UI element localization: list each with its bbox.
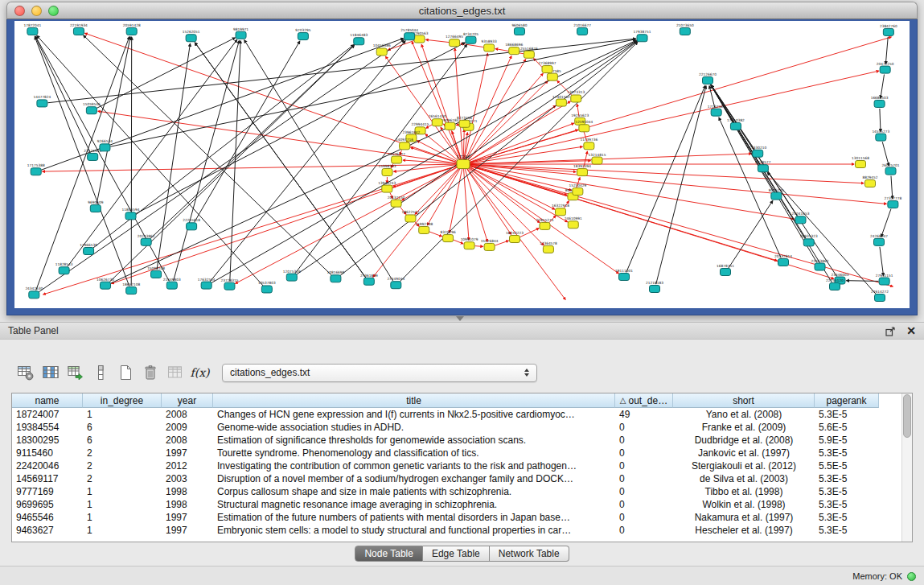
citation-edge[interactable] bbox=[469, 154, 751, 164]
network-node-teal[interactable] bbox=[888, 201, 898, 208]
network-node-yellow[interactable] bbox=[556, 99, 566, 106]
network-node-yellow[interactable] bbox=[573, 187, 583, 195]
network-node-yellow[interactable] bbox=[457, 160, 470, 169]
citation-edge[interactable] bbox=[157, 43, 190, 270]
network-node-teal[interactable] bbox=[186, 35, 196, 42]
network-node-yellow[interactable] bbox=[584, 142, 594, 150]
column-header-out-de[interactable]: △out_de… bbox=[615, 393, 673, 408]
citation-edge[interactable] bbox=[469, 165, 795, 219]
network-node-teal[interactable] bbox=[125, 212, 136, 220]
network-node-teal[interactable] bbox=[261, 286, 272, 293]
table-row[interactable]: 911546021997Tourette syndrome. Phenomeno… bbox=[12, 447, 912, 459]
citation-edge[interactable] bbox=[425, 39, 449, 42]
float-panel-icon[interactable] bbox=[885, 326, 896, 336]
citation-edge[interactable] bbox=[43, 166, 458, 295]
citation-edge[interactable] bbox=[467, 73, 544, 160]
network-node-teal[interactable] bbox=[680, 28, 690, 35]
table-row[interactable]: 2242004622012Investigating the contribut… bbox=[12, 459, 912, 472]
table-row[interactable]: 1830029562008Estimation of significance … bbox=[12, 434, 912, 447]
delete-table-button[interactable] bbox=[138, 360, 162, 385]
citation-edge[interactable] bbox=[881, 209, 891, 237]
citation-edge[interactable] bbox=[97, 38, 235, 109]
network-node-teal[interactable] bbox=[703, 77, 713, 84]
network-node-teal[interactable] bbox=[354, 38, 364, 45]
network-node-yellow[interactable] bbox=[464, 242, 474, 249]
network-node-teal[interactable] bbox=[874, 238, 885, 245]
column-header-name[interactable]: name bbox=[12, 393, 83, 408]
network-node-teal[interactable] bbox=[391, 282, 401, 289]
column-header-title[interactable]: title bbox=[213, 393, 615, 408]
citation-edge[interactable] bbox=[469, 71, 879, 163]
network-window-titlebar[interactable]: citations_edges.txt bbox=[6, 2, 918, 19]
citation-edge[interactable] bbox=[468, 101, 570, 162]
table-row[interactable]: 977716911998Corpus callosum shape and si… bbox=[12, 485, 912, 498]
citation-edge[interactable] bbox=[468, 167, 568, 222]
table-vertical-scrollbar[interactable] bbox=[901, 393, 912, 542]
network-node-yellow[interactable] bbox=[568, 221, 578, 229]
network-node-teal[interactable] bbox=[795, 216, 806, 224]
network-node-yellow[interactable] bbox=[542, 66, 552, 73]
table-row[interactable]: 1872400712008Changes of HCN gene express… bbox=[12, 408, 912, 421]
citation-edge[interactable] bbox=[244, 40, 393, 281]
network-node-teal[interactable] bbox=[298, 33, 308, 40]
network-node-teal[interactable] bbox=[31, 168, 41, 175]
panel-divider-grip[interactable] bbox=[456, 316, 464, 321]
network-node-teal[interactable] bbox=[577, 28, 588, 35]
citation-edge[interactable] bbox=[891, 176, 893, 200]
network-node-teal[interactable] bbox=[224, 282, 235, 290]
network-node-teal[interactable] bbox=[879, 278, 889, 285]
network-canvas[interactable]: 1724019603221827375619096184265614302299… bbox=[14, 21, 910, 308]
network-node-teal[interactable] bbox=[650, 286, 660, 293]
citation-edge[interactable] bbox=[466, 56, 511, 160]
network-node-teal[interactable] bbox=[100, 144, 110, 151]
network-node-yellow[interactable] bbox=[391, 200, 401, 207]
network-node-teal[interactable] bbox=[875, 295, 885, 302]
network-node-teal[interactable] bbox=[141, 238, 151, 245]
network-node-yellow[interactable] bbox=[443, 235, 454, 242]
network-node-yellow[interactable] bbox=[382, 185, 392, 192]
network-node-teal[interactable] bbox=[876, 134, 886, 141]
network-node-yellow[interactable] bbox=[450, 39, 460, 47]
table-options-button[interactable] bbox=[13, 360, 38, 385]
create-table-button[interactable] bbox=[113, 360, 138, 385]
table-source-dropdown[interactable]: citations_edges.txt bbox=[222, 364, 537, 382]
network-node-yellow[interactable] bbox=[547, 73, 557, 80]
table-row[interactable]: 946362711997Embryonic stem cells: a mode… bbox=[12, 524, 912, 537]
network-node-teal[interactable] bbox=[619, 274, 630, 281]
network-node-yellow[interactable] bbox=[419, 226, 429, 233]
citation-edge[interactable] bbox=[469, 166, 778, 261]
column-header-in-degree[interactable]: in_degree bbox=[83, 393, 162, 408]
network-node-teal[interactable] bbox=[236, 31, 246, 39]
tab-node-table[interactable]: Node Table bbox=[355, 546, 423, 562]
column-header-short[interactable]: short bbox=[673, 393, 815, 408]
network-node-yellow[interactable] bbox=[579, 125, 589, 132]
network-node-teal[interactable] bbox=[88, 153, 98, 160]
citation-edge[interactable] bbox=[880, 247, 884, 276]
network-node-yellow[interactable] bbox=[556, 208, 566, 216]
network-node-teal[interactable] bbox=[187, 223, 197, 230]
network-node-yellow[interactable] bbox=[592, 157, 602, 164]
network-node-yellow[interactable] bbox=[445, 122, 455, 130]
column-header-pagerank[interactable]: pagerank bbox=[815, 393, 879, 408]
network-node-teal[interactable] bbox=[286, 274, 297, 281]
table-panel-header[interactable]: Table Panel ✕ bbox=[0, 323, 924, 340]
citation-edge[interactable] bbox=[110, 39, 635, 146]
network-node-teal[interactable] bbox=[166, 282, 177, 289]
citation-edge[interactable] bbox=[385, 56, 459, 160]
network-node-teal[interactable] bbox=[73, 28, 84, 35]
network-node-teal[interactable] bbox=[37, 100, 47, 107]
network-node-teal[interactable] bbox=[753, 150, 763, 157]
network-node-yellow[interactable] bbox=[405, 215, 416, 222]
citation-edge[interactable] bbox=[427, 168, 460, 225]
network-node-teal[interactable] bbox=[201, 282, 211, 289]
network-node-teal[interactable] bbox=[885, 167, 896, 175]
column-header-year[interactable]: year bbox=[162, 393, 213, 408]
citation-edge[interactable] bbox=[456, 125, 458, 126]
network-node-teal[interactable] bbox=[466, 36, 476, 43]
network-node-teal[interactable] bbox=[830, 283, 840, 290]
network-node-yellow[interactable] bbox=[571, 95, 581, 102]
network-node-yellow[interactable] bbox=[484, 44, 495, 51]
network-node-yellow[interactable] bbox=[509, 47, 519, 55]
network-node-teal[interactable] bbox=[90, 205, 101, 212]
table-row[interactable]: 1456911722003Disruption of a novel membe… bbox=[12, 472, 912, 485]
